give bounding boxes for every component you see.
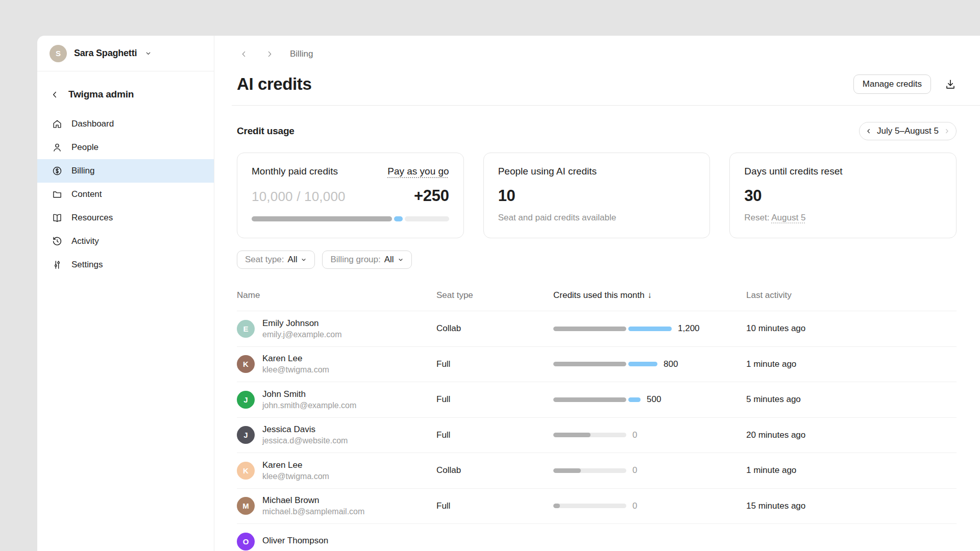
table-filters: Seat type:AllBilling group:All (237, 251, 957, 269)
stat-cards: Monthly paid credits Pay as you go 10,00… (237, 153, 957, 238)
table-row[interactable]: OOliver Thompson (237, 523, 957, 551)
avatar: K (237, 462, 255, 480)
user-email: michael.b@samplemail.com (262, 507, 364, 516)
user-email: klee@twigma.com (262, 365, 329, 374)
avatar: J (237, 426, 255, 444)
card-title: People using AI credits (498, 166, 597, 177)
column-credits-used[interactable]: Credits used this month↓ (553, 290, 746, 300)
forward-button[interactable] (262, 47, 277, 61)
date-prev-icon[interactable] (866, 128, 872, 134)
credits-progress-bar (252, 216, 449, 221)
main-content: Billing AI credits Manage credits Credit… (214, 36, 980, 551)
table-row[interactable]: JJessica Davisjessica.d@website.comFull0… (237, 417, 957, 453)
days-count: 30 (744, 187, 762, 205)
card-subtext: Reset: August 5 (744, 213, 942, 223)
used-segment (252, 216, 392, 221)
download-icon[interactable] (944, 78, 957, 90)
avatar: K (237, 355, 255, 373)
sidebar-item-people[interactable]: People (37, 136, 214, 159)
sidebar-item-label: People (71, 142, 99, 153)
sidebar-item-content[interactable]: Content (37, 183, 214, 206)
credits-used: 1,200 (553, 323, 746, 334)
chevron-down-icon (145, 50, 152, 57)
paid-credits-segment (628, 397, 641, 402)
credits-bar-track (553, 362, 626, 366)
date-range-label: July 5–August 5 (877, 126, 939, 136)
table-row[interactable]: EEmily Johnsonemily.j@example.comCollab1… (237, 311, 957, 346)
paid-credits-segment (628, 327, 672, 331)
sidebar: S Sara Spaghetti Twigma admin DashboardP… (37, 36, 214, 551)
account-switcher[interactable]: S Sara Spaghetti (37, 36, 214, 71)
page-title: AI credits (237, 74, 311, 94)
column-name[interactable]: Name (237, 290, 436, 300)
date-next-icon[interactable] (944, 128, 950, 134)
credits-value: 0 (632, 430, 637, 440)
table-row[interactable]: JJohn Smithjohn.smith@example.comFull500… (237, 382, 957, 417)
reset-date-link[interactable]: August 5 (771, 213, 805, 222)
credits-quota: 10,000 / 10,000 (252, 189, 346, 205)
breadcrumb: Billing (237, 46, 957, 62)
filter-label: Seat type: (245, 255, 284, 265)
date-range-picker[interactable]: July 5–August 5 (859, 122, 957, 140)
sliders-icon (52, 259, 63, 270)
credits-bar-track (553, 468, 626, 473)
credit-usage-header: Credit usage July 5–August 5 (237, 122, 957, 140)
sidebar-item-resources[interactable]: Resources (37, 206, 214, 230)
sidebar-item-billing[interactable]: Billing (37, 159, 214, 183)
table-header: Name Seat type Credits used this month↓ … (237, 280, 957, 311)
column-seat-type[interactable]: Seat type (436, 290, 553, 300)
seat-type: Full (436, 430, 553, 440)
header-divider (232, 105, 980, 106)
avatar: O (237, 533, 255, 550)
user-name: Karen Lee (262, 460, 329, 470)
pay-as-you-go-link[interactable]: Pay as you go (387, 166, 449, 177)
sidebar-item-settings[interactable]: Settings (37, 253, 214, 277)
sidebar-item-activity[interactable]: Activity (37, 230, 214, 253)
credits-bar-track (553, 504, 626, 508)
seat-credits-segment (553, 468, 581, 473)
last-activity: 1 minute ago (746, 465, 957, 475)
credits-value: 500 (647, 394, 661, 405)
seat-type: Full (436, 501, 553, 511)
user-name: Michael Brown (262, 495, 364, 506)
user-name: Emily Johnson (262, 318, 342, 329)
sidebar-item-label: Dashboard (71, 119, 114, 129)
user-email: jessica.d@website.com (262, 436, 348, 445)
seat-credits-segment (553, 362, 626, 366)
card-subtext: Seat and paid credits available (498, 213, 696, 223)
user-name: Jessica Davis (262, 424, 348, 435)
remaining-track (405, 216, 449, 221)
people-count: 10 (498, 187, 516, 205)
credits-bar-track (553, 433, 626, 437)
sidebar-item-label: Billing (71, 166, 94, 176)
manage-credits-button[interactable]: Manage credits (853, 74, 931, 94)
section-title: Credit usage (237, 126, 295, 137)
sidebar-item-label: Resources (71, 213, 113, 223)
table-row[interactable]: KKaren Leeklee@twigma.comCollab01 minute… (237, 453, 957, 488)
filter-billing-group[interactable]: Billing group:All (322, 251, 411, 269)
table-row[interactable]: MMichael Brownmichael.b@samplemail.comFu… (237, 488, 957, 524)
payg-amount: +250 (414, 187, 449, 205)
book-icon (52, 212, 63, 223)
seat-credits-segment (553, 504, 560, 508)
user-name: John Smith (262, 389, 356, 399)
table-row[interactable]: KKaren Leeklee@twigma.comFull8001 minute… (237, 346, 957, 382)
sidebar-item-dashboard[interactable]: Dashboard (37, 112, 214, 136)
avatar: J (237, 391, 255, 409)
user-name: Karen Lee (262, 354, 329, 364)
back-button[interactable] (237, 47, 251, 61)
filter-value: All (288, 255, 298, 265)
filter-value: All (384, 255, 394, 265)
filter-seat-type[interactable]: Seat type:All (237, 251, 315, 269)
credits-used: 800 (553, 359, 746, 369)
page-header: AI credits Manage credits (237, 74, 957, 94)
sidebar-item-label: Settings (71, 260, 103, 270)
chevron-down-icon (301, 257, 307, 263)
card-title: Monthly paid credits (252, 166, 338, 177)
column-last-activity[interactable]: Last activity (746, 290, 957, 300)
sidebar-item-label: Content (71, 189, 102, 199)
workspace-header[interactable]: Twigma admin (37, 71, 214, 112)
credits-value: 0 (632, 501, 637, 511)
credits-value: 0 (632, 465, 637, 475)
avatar: E (237, 320, 255, 338)
